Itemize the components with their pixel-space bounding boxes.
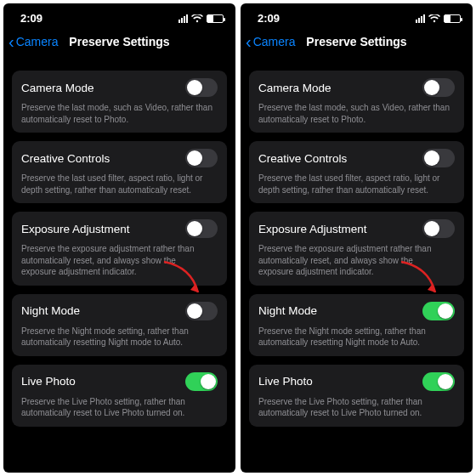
setting-label: Live Photo xyxy=(21,375,76,388)
signal-icon xyxy=(416,14,425,23)
toggle-exposure-adjustment[interactable] xyxy=(422,219,455,238)
setting-live-photo: Live Photo Preserve the Live Photo setti… xyxy=(12,365,227,427)
setting-label: Creative Controls xyxy=(258,152,347,165)
toggle-creative-controls[interactable] xyxy=(422,149,455,167)
settings-list: Camera Mode Preserve the last mode, such… xyxy=(3,59,235,427)
setting-label: Camera Mode xyxy=(21,82,94,94)
back-label: Camera xyxy=(253,35,296,48)
page-title: Preserve Settings xyxy=(69,35,169,48)
battery-icon xyxy=(444,14,461,23)
status-time: 2:09 xyxy=(258,12,280,25)
setting-exposure-adjustment: Exposure Adjustment Preserve the exposur… xyxy=(12,212,227,286)
setting-desc: Preserve the last used filter, aspect ra… xyxy=(21,173,218,196)
setting-label: Camera Mode xyxy=(258,82,332,94)
setting-desc: Preserve the Live Photo setting, rather … xyxy=(258,396,455,419)
status-bar: 2:09 xyxy=(241,3,473,28)
setting-live-photo: Live Photo Preserve the Live Photo setti… xyxy=(249,365,464,427)
setting-label: Exposure Adjustment xyxy=(258,223,367,235)
setting-label: Live Photo xyxy=(258,375,313,388)
nav-bar: ‹ Camera Preserve Settings xyxy=(241,28,473,59)
phone-pane-right: 2:09 ‹ Camera Preserve Settings Camera M… xyxy=(241,3,473,473)
setting-desc: Preserve the Night mode setting, rather … xyxy=(258,326,455,348)
signal-icon xyxy=(178,14,188,23)
toggle-live-photo[interactable] xyxy=(422,372,455,391)
toggle-live-photo[interactable] xyxy=(185,372,218,391)
setting-creative-controls: Creative Controls Preserve the last used… xyxy=(12,141,227,203)
setting-night-mode: Night Mode Preserve the Night mode setti… xyxy=(249,294,464,356)
toggle-camera-mode[interactable] xyxy=(422,78,455,97)
toggle-creative-controls[interactable] xyxy=(185,149,218,167)
setting-exposure-adjustment: Exposure Adjustment Preserve the exposur… xyxy=(249,212,464,286)
status-indicators xyxy=(178,14,224,23)
setting-night-mode: Night Mode Preserve the Night mode setti… xyxy=(12,294,227,356)
phone-pane-left: 2:09 ‹ Camera Preserve Settings Camera M… xyxy=(3,3,235,473)
toggle-night-mode[interactable] xyxy=(422,302,455,320)
setting-desc: Preserve the exposure adjustment rather … xyxy=(21,243,218,278)
setting-creative-controls: Creative Controls Preserve the last used… xyxy=(249,141,464,203)
setting-camera-mode: Camera Mode Preserve the last mode, such… xyxy=(249,71,464,133)
back-button[interactable]: ‹ Camera xyxy=(8,33,58,50)
chevron-left-icon: ‹ xyxy=(246,33,252,50)
setting-desc: Preserve the exposure adjustment rather … xyxy=(258,243,455,278)
wifi-icon xyxy=(191,14,203,23)
back-label: Camera xyxy=(16,35,59,48)
back-button[interactable]: ‹ Camera xyxy=(246,33,295,50)
battery-icon xyxy=(207,14,224,23)
setting-desc: Preserve the last mode, such as Video, r… xyxy=(258,102,455,125)
setting-label: Night Mode xyxy=(258,304,317,317)
settings-list: Camera Mode Preserve the last mode, such… xyxy=(241,59,473,427)
status-time: 2:09 xyxy=(20,12,42,25)
setting-label: Night Mode xyxy=(21,304,80,317)
setting-desc: Preserve the last mode, such as Video, r… xyxy=(21,102,218,125)
toggle-exposure-adjustment[interactable] xyxy=(185,219,218,238)
setting-desc: Preserve the last used filter, aspect ra… xyxy=(258,173,455,196)
status-indicators xyxy=(416,14,461,23)
nav-bar: ‹ Camera Preserve Settings xyxy=(3,28,235,59)
setting-camera-mode: Camera Mode Preserve the last mode, such… xyxy=(12,71,227,133)
status-bar: 2:09 xyxy=(3,3,235,28)
wifi-icon xyxy=(428,14,440,23)
setting-desc: Preserve the Night mode setting, rather … xyxy=(21,326,218,348)
toggle-night-mode[interactable] xyxy=(185,302,218,320)
setting-label: Exposure Adjustment xyxy=(21,223,130,235)
chevron-left-icon: ‹ xyxy=(8,33,14,50)
setting-label: Creative Controls xyxy=(21,152,110,165)
toggle-camera-mode[interactable] xyxy=(185,78,218,97)
page-title: Preserve Settings xyxy=(306,35,406,48)
setting-desc: Preserve the Live Photo setting, rather … xyxy=(21,396,218,419)
